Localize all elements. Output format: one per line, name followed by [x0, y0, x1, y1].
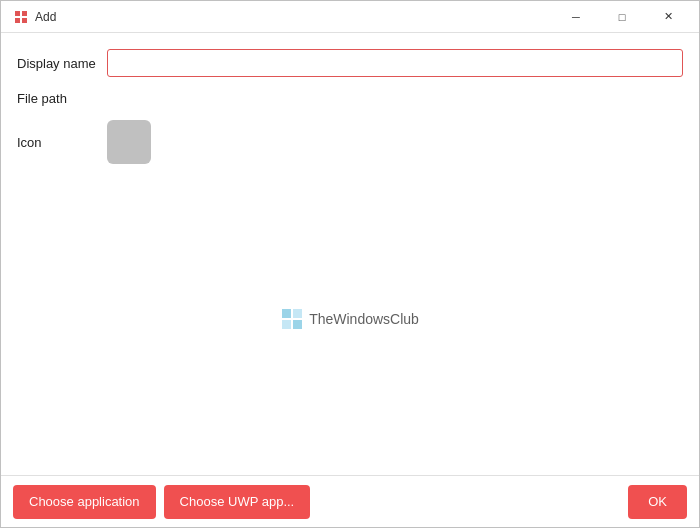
- display-name-input[interactable]: [107, 49, 683, 77]
- svg-rect-1: [22, 11, 27, 16]
- svg-rect-3: [22, 18, 27, 23]
- svg-rect-5: [293, 309, 302, 318]
- svg-rect-0: [15, 11, 20, 16]
- main-window: Add ─ □ ✕ Display name File path Icon: [0, 0, 700, 528]
- watermark-icon: [281, 308, 303, 330]
- icon-row: Icon: [17, 120, 683, 164]
- choose-application-button[interactable]: Choose application: [13, 485, 156, 519]
- display-name-row: Display name: [17, 49, 683, 77]
- svg-rect-2: [15, 18, 20, 23]
- title-bar-left: Add: [13, 9, 56, 25]
- maximize-button[interactable]: □: [599, 1, 645, 33]
- minimize-button[interactable]: ─: [553, 1, 599, 33]
- footer: Choose application Choose UWP app... OK: [1, 475, 699, 527]
- display-name-label: Display name: [17, 56, 107, 71]
- app-icon: [13, 9, 29, 25]
- ok-button[interactable]: OK: [628, 485, 687, 519]
- svg-rect-6: [282, 320, 291, 329]
- window-content: Display name File path Icon: [1, 33, 699, 475]
- svg-rect-7: [293, 320, 302, 329]
- choose-uwp-button[interactable]: Choose UWP app...: [164, 485, 311, 519]
- title-bar-controls: ─ □ ✕: [553, 1, 691, 33]
- title-bar: Add ─ □ ✕: [1, 1, 699, 33]
- watermark: TheWindowsClub: [281, 308, 419, 330]
- close-button[interactable]: ✕: [645, 1, 691, 33]
- window-title: Add: [35, 10, 56, 24]
- watermark-area: TheWindowsClub: [17, 178, 683, 459]
- icon-placeholder: [107, 120, 151, 164]
- file-path-row: File path: [17, 91, 683, 106]
- watermark-text: TheWindowsClub: [309, 311, 419, 327]
- icon-label: Icon: [17, 135, 107, 150]
- svg-rect-4: [282, 309, 291, 318]
- file-path-label: File path: [17, 91, 107, 106]
